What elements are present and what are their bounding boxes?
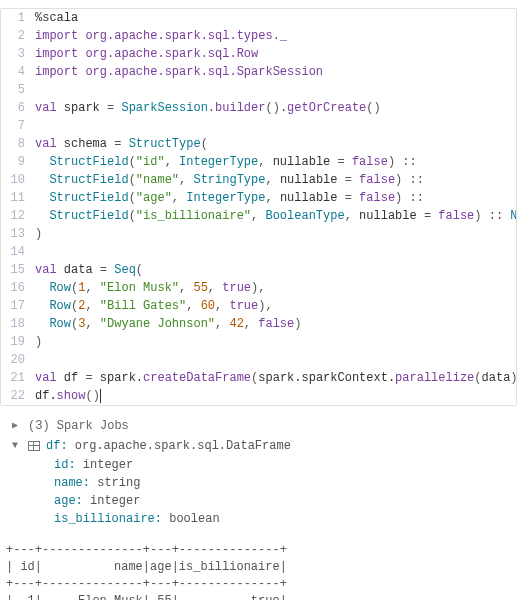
line-number: 19 xyxy=(1,333,35,351)
line-number: 12 xyxy=(1,207,35,225)
code-content[interactable]: StructField("name", StringType, nullable… xyxy=(35,171,516,189)
code-line[interactable]: 6val spark = SparkSession.builder().getO… xyxy=(1,99,516,117)
line-number: 20 xyxy=(1,351,35,369)
line-number: 2 xyxy=(1,27,35,45)
spark-jobs-toggle[interactable]: ▶ (3) Spark Jobs xyxy=(12,416,505,436)
code-content[interactable]: StructField("is_billionaire", BooleanTyp… xyxy=(35,207,516,225)
line-number: 8 xyxy=(1,135,35,153)
code-content[interactable]: Row(2, "Bill Gates", 60, true), xyxy=(35,297,516,315)
spark-jobs-label: (3) Spark Jobs xyxy=(28,416,129,436)
df-variable-name: df: xyxy=(46,439,68,453)
code-line[interactable]: 13) xyxy=(1,225,516,243)
schema-field: name: string xyxy=(54,474,505,492)
triangle-down-icon: ▼ xyxy=(12,436,22,456)
code-content[interactable]: import org.apache.spark.sql.Row xyxy=(35,45,516,63)
table-icon xyxy=(28,441,40,451)
code-content[interactable] xyxy=(35,117,516,135)
code-line[interactable]: 10 StructField("name", StringType, nulla… xyxy=(1,171,516,189)
code-content[interactable]: df.show() xyxy=(35,387,516,405)
line-number: 1 xyxy=(1,9,35,27)
code-content[interactable]: val data = Seq( xyxy=(35,261,516,279)
line-number: 13 xyxy=(1,225,35,243)
code-content[interactable]: StructField("id", IntegerType, nullable … xyxy=(35,153,516,171)
code-content[interactable] xyxy=(35,351,516,369)
code-content[interactable]: Row(3, "Dwyane Johnson", 42, false) xyxy=(35,315,516,333)
code-cell[interactable]: 1%scala2import org.apache.spark.sql.type… xyxy=(0,8,517,406)
code-line[interactable]: 14 xyxy=(1,243,516,261)
line-number: 9 xyxy=(1,153,35,171)
code-line[interactable]: 11 StructField("age", IntegerType, nulla… xyxy=(1,189,516,207)
line-number: 11 xyxy=(1,189,35,207)
code-line[interactable]: 9 StructField("id", IntegerType, nullabl… xyxy=(1,153,516,171)
text-cursor xyxy=(100,389,101,403)
dataframe-schema: id: integername: stringage: integeris_bi… xyxy=(12,456,505,528)
line-number: 16 xyxy=(1,279,35,297)
code-content[interactable]: val df = spark.createDataFrame(spark.spa… xyxy=(35,369,516,387)
line-number: 10 xyxy=(1,171,35,189)
cell-output: ▶ (3) Spark Jobs ▼ df: org.apache.spark.… xyxy=(0,406,517,536)
code-line[interactable]: 12 StructField("is_billionaire", Boolean… xyxy=(1,207,516,225)
code-content[interactable] xyxy=(35,81,516,99)
line-number: 21 xyxy=(1,369,35,387)
code-line[interactable]: 15val data = Seq( xyxy=(1,261,516,279)
code-content[interactable]: %scala xyxy=(35,9,516,27)
code-content[interactable]: import org.apache.spark.sql.types._ xyxy=(35,27,516,45)
schema-field: age: integer xyxy=(54,492,505,510)
code-line[interactable]: 8val schema = StructType( xyxy=(1,135,516,153)
code-line[interactable]: 16 Row(1, "Elon Musk", 55, true), xyxy=(1,279,516,297)
line-number: 15 xyxy=(1,261,35,279)
code-line[interactable]: 2import org.apache.spark.sql.types._ xyxy=(1,27,516,45)
schema-field: id: integer xyxy=(54,456,505,474)
code-line[interactable]: 17 Row(2, "Bill Gates", 60, true), xyxy=(1,297,516,315)
code-line[interactable]: 20 xyxy=(1,351,516,369)
code-content[interactable]: ) xyxy=(35,225,516,243)
code-content[interactable]: Row(1, "Elon Musk", 55, true), xyxy=(35,279,516,297)
dataframe-show-output: +---+--------------+---+--------------+ … xyxy=(0,536,517,600)
code-content[interactable] xyxy=(35,243,516,261)
line-number: 4 xyxy=(1,63,35,81)
triangle-right-icon: ▶ xyxy=(12,416,22,436)
line-number: 3 xyxy=(1,45,35,63)
code-content[interactable]: val spark = SparkSession.builder().getOr… xyxy=(35,99,516,117)
line-number: 14 xyxy=(1,243,35,261)
code-content[interactable]: ) xyxy=(35,333,516,351)
code-line[interactable]: 22df.show() xyxy=(1,387,516,405)
code-line[interactable]: 19) xyxy=(1,333,516,351)
line-number: 5 xyxy=(1,81,35,99)
code-line[interactable]: 4import org.apache.spark.sql.SparkSessio… xyxy=(1,63,516,81)
code-line[interactable]: 18 Row(3, "Dwyane Johnson", 42, false) xyxy=(1,315,516,333)
code-line[interactable]: 21val df = spark.createDataFrame(spark.s… xyxy=(1,369,516,387)
line-number: 6 xyxy=(1,99,35,117)
line-number: 7 xyxy=(1,117,35,135)
code-line[interactable]: 3import org.apache.spark.sql.Row xyxy=(1,45,516,63)
dataframe-toggle[interactable]: ▼ df: org.apache.spark.sql.DataFrame xyxy=(12,436,505,456)
line-number: 17 xyxy=(1,297,35,315)
code-line[interactable]: 7 xyxy=(1,117,516,135)
code-line[interactable]: 1%scala xyxy=(1,9,516,27)
line-number: 22 xyxy=(1,387,35,405)
line-number: 18 xyxy=(1,315,35,333)
code-content[interactable]: val schema = StructType( xyxy=(35,135,516,153)
code-content[interactable]: StructField("age", IntegerType, nullable… xyxy=(35,189,516,207)
code-content[interactable]: import org.apache.spark.sql.SparkSession xyxy=(35,63,516,81)
schema-field: is_billionaire: boolean xyxy=(54,510,505,528)
code-line[interactable]: 5 xyxy=(1,81,516,99)
